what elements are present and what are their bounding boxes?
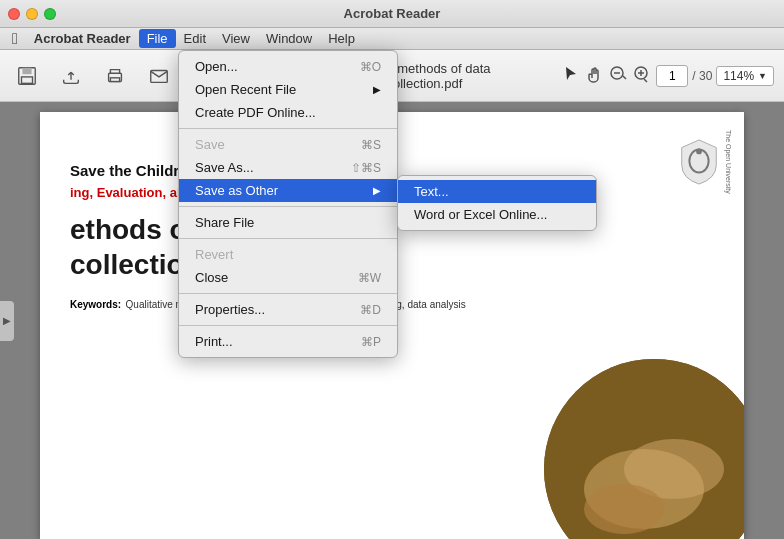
menu-save-as-other[interactable]: Save as Other ▶ Text... Word or Excel On… [179,179,397,202]
page-number-input[interactable] [656,65,688,87]
menu-sep-4 [179,293,397,294]
menu-properties[interactable]: Properties... ⌘D [179,298,397,321]
menu-apple[interactable]:  [4,28,26,50]
zoom-out-button[interactable] [608,64,628,87]
svg-rect-1 [22,67,31,73]
menu-sep-3 [179,238,397,239]
pdf-photo [544,359,744,539]
menu-acrobat[interactable]: Acrobat Reader [26,29,139,48]
pdf-keywords-label: Keywords: [70,299,121,310]
menu-save: Save ⌘S [179,133,397,156]
menu-open[interactable]: Open... ⌘O [179,55,397,78]
svg-rect-2 [22,76,33,82]
menu-create-pdf[interactable]: Create PDF Online... [179,101,397,124]
menu-sep-1 [179,128,397,129]
save-as-other-submenu: Text... Word or Excel Online... [397,175,597,231]
upload-icon-button[interactable] [54,61,88,91]
zoom-in-button[interactable] [632,64,652,87]
menu-window[interactable]: Window [258,29,320,48]
menu-bar:  Acrobat Reader File Edit View Window H… [0,28,784,50]
menu-help[interactable]: Help [320,29,363,48]
save-icon-button[interactable] [10,61,44,91]
menu-print[interactable]: Print... ⌘P [179,330,397,353]
menu-sep-5 [179,325,397,326]
zoom-dropdown-arrow: ▼ [758,71,767,81]
page-separator: / 30 [692,69,712,83]
svg-rect-5 [110,77,119,81]
menu-save-as[interactable]: Save As... ⇧⌘S [179,156,397,179]
ou-logo: The Open University [664,122,734,202]
file-menu-dropdown: Open... ⌘O Open Recent File ▶ Create PDF… [178,50,398,358]
menu-open-recent[interactable]: Open Recent File ▶ [179,78,397,101]
svg-point-10 [696,149,702,155]
pdf-filename: 6 methods of data collection.pdf [386,61,548,91]
zoom-level-label: 114% [723,69,754,83]
menu-close[interactable]: Close ⌘W [179,266,397,289]
toolbar-nav [10,61,176,91]
menu-sep-2 [179,206,397,207]
pdf-cover-image [544,359,744,539]
email-icon-button[interactable] [142,61,176,91]
select-tool[interactable] [560,64,580,87]
page-navigation: / 30 114% ▼ [560,64,774,87]
submenu-text[interactable]: Text... [398,180,596,203]
menu-file[interactable]: File [139,29,176,48]
menu-edit[interactable]: Edit [176,29,214,48]
submenu-word-excel[interactable]: Word or Excel Online... [398,203,596,226]
sidebar-toggle[interactable]: ▶ [0,301,14,341]
hand-tool[interactable] [584,64,604,87]
menu-share[interactable]: Share File [179,211,397,234]
title-bar: Acrobat Reader [0,0,784,28]
menu-revert: Revert [179,243,397,266]
app-name: Acrobat Reader [344,6,441,21]
menu-view[interactable]: View [214,29,258,48]
zoom-selector[interactable]: 114% ▼ [716,66,774,86]
svg-point-14 [584,484,664,534]
print-icon-button[interactable] [98,61,132,91]
